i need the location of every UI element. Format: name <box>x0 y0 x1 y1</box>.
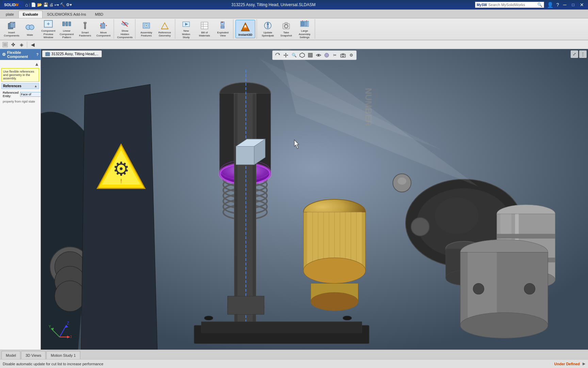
exploded-view-button[interactable]: ExplodedView <box>214 20 232 38</box>
references-collapse[interactable]: ▲ <box>34 84 37 88</box>
entity-row: Referenced Entity: › <box>1 90 39 98</box>
quick-access-home[interactable]: ⌂ <box>25 2 28 7</box>
quick-access-rebuild[interactable]: 🔨 <box>60 2 65 7</box>
svg-rect-75 <box>228 296 264 315</box>
viewport-options-icon[interactable]: ⋮ <box>579 50 587 58</box>
model-icon <box>45 51 50 56</box>
svg-point-34 <box>244 25 246 27</box>
scene-svg: ⚙ ! <box>41 49 588 350</box>
tab-3d-views[interactable]: 3D Views <box>21 351 46 359</box>
svg-rect-126 <box>308 53 312 57</box>
pan-button[interactable] <box>282 51 290 59</box>
titlebar-close[interactable]: ✕ <box>578 2 585 7</box>
configuration-manager-tab[interactable]: ◈ <box>18 41 25 48</box>
ribbon-group-speedpak: UpdateSpeedpak TakeSnapshot <box>258 19 315 39</box>
svg-marker-124 <box>46 52 50 52</box>
ribbon-group-assembly: AssemblyFeatures ReferenceGeometry <box>136 19 175 39</box>
view-settings-button[interactable]: ⚙ <box>347 51 355 59</box>
bottom-tabs: Model 3D Views Motion Study 1 <box>0 350 588 359</box>
model-title: 313225 Assy, Tilting Head,... <box>51 52 99 56</box>
svg-point-98 <box>435 198 479 234</box>
entity-input[interactable] <box>20 92 40 97</box>
camera-button[interactable] <box>339 51 347 59</box>
svg-text:T05XX: T05XX <box>372 88 379 108</box>
feature-tree-tab[interactable] <box>1 41 9 48</box>
new-motion-button[interactable]: NewMotionStudy <box>177 20 195 38</box>
tab-mbd[interactable]: MBD <box>91 11 108 18</box>
quick-access-separator: | <box>29 3 30 7</box>
search-icon[interactable]: 🔍 <box>537 2 542 7</box>
svg-rect-19 <box>101 24 105 28</box>
large-assembly-settings-icon <box>299 19 310 29</box>
model-breadcrumb: 313225 Assy, Tilting Head,... <box>42 50 102 57</box>
search-bar[interactable]: MySW 🔍 <box>475 2 544 8</box>
left-panel-collapse[interactable]: ◀ <box>29 41 36 48</box>
under-defined-status: Under Defined <box>554 362 580 366</box>
quick-access-undo-dropdown[interactable]: ↩▾ <box>54 3 59 7</box>
property-manager-tab[interactable]: ✤ <box>10 41 17 48</box>
tab-solidworks-addins[interactable]: SOLIDWORKS Add-Ins <box>43 11 91 18</box>
tab-evaluate[interactable]: Evaluate <box>18 11 43 18</box>
edit-appearance-button[interactable] <box>323 51 330 59</box>
update-speedpak-button[interactable]: UpdateSpeedpak <box>259 20 277 38</box>
quick-access-save[interactable]: 💾 <box>43 2 48 7</box>
titlebar-maximize[interactable]: □ <box>571 2 576 7</box>
svg-rect-30 <box>221 26 224 28</box>
quick-access-new[interactable]: 📄 <box>31 2 36 7</box>
left-panel-help[interactable]: ? <box>36 53 38 57</box>
move-component-button[interactable]: MoveComponent <box>95 20 112 38</box>
svg-text:Y: Y <box>49 325 51 328</box>
property-text: property from rigid state <box>1 98 39 105</box>
mate-button[interactable]: Mate <box>21 20 39 38</box>
instant3d-icon <box>240 21 251 32</box>
instant3d-button[interactable]: Instant3D <box>235 20 255 38</box>
reference-geometry-icon <box>159 21 170 30</box>
statusbar-left: Disable automatic update for cut list to… <box>3 362 103 366</box>
tab-model[interactable]: Model <box>1 351 20 359</box>
titlebar-minimize[interactable]: ─ <box>562 2 568 7</box>
bill-of-materials-button[interactable]: Bill ofMaterials <box>196 20 213 38</box>
assembly-features-button[interactable]: AssemblyFeatures <box>137 20 155 38</box>
svg-point-130 <box>342 55 344 57</box>
viewport[interactable]: ⚙ ! <box>41 49 588 350</box>
zoom-button[interactable]: 🔍 <box>290 51 298 59</box>
take-snapshot-button[interactable]: TakeSnapshot <box>277 20 295 38</box>
user-icon[interactable]: 👤 <box>547 2 554 8</box>
large-assembly-settings-button[interactable]: LargeAssemblySettings <box>296 20 313 38</box>
svg-point-91 <box>311 292 358 311</box>
show-hidden-button[interactable]: ShowHiddenComponents <box>116 20 134 38</box>
quick-access-open[interactable]: 📂 <box>37 2 42 7</box>
svg-rect-26 <box>201 22 208 29</box>
help-icon[interactable]: ? <box>556 2 559 7</box>
quick-access-options[interactable]: ⚙▾ <box>66 2 72 7</box>
view-selector-button[interactable] <box>298 51 306 59</box>
smart-fasteners-button[interactable]: SmartFasteners <box>76 20 94 38</box>
ribbon-group-instant3d: Instant3D <box>234 19 257 39</box>
tab-plate[interactable]: plate <box>1 11 18 18</box>
svg-line-21 <box>122 21 128 27</box>
mysw-logo: MySW <box>477 3 487 7</box>
left-panel-content: ▲ Use flexible references and geometry i… <box>0 60 40 350</box>
references-header[interactable]: References ▲ <box>1 83 39 89</box>
linear-pattern-button[interactable]: Linear ComponentPattern <box>58 20 76 38</box>
references-label: References <box>3 84 21 88</box>
svg-point-113 <box>460 312 548 338</box>
expand-icon[interactable]: ⤢ <box>571 50 578 58</box>
tab-motion-study-1[interactable]: Motion Study 1 <box>46 351 80 359</box>
bill-of-materials-icon <box>199 21 210 30</box>
insert-components-icon <box>6 21 17 30</box>
panel-collapse-btn[interactable]: ▲ <box>34 61 39 67</box>
svg-point-50 <box>55 281 85 311</box>
component-preview-button[interactable]: ComponentPreviewWindow <box>39 20 57 38</box>
quick-access-print[interactable]: 🖨 <box>49 2 53 7</box>
rotate-button[interactable] <box>274 51 281 59</box>
display-style-button[interactable] <box>307 51 314 59</box>
section-view-button[interactable]: ✂ <box>331 51 339 59</box>
left-panel-header: ⚙ Flexible Component ? <box>0 49 40 60</box>
hide-show-button[interactable] <box>315 51 322 59</box>
toolbar-separator-1 <box>27 42 27 48</box>
insert-components-button[interactable]: InsertComponents <box>3 20 20 38</box>
reference-geometry-button[interactable]: ReferenceGeometry <box>156 20 174 38</box>
left-panel-title: Flexible Component <box>7 50 35 59</box>
search-input[interactable] <box>488 3 536 7</box>
